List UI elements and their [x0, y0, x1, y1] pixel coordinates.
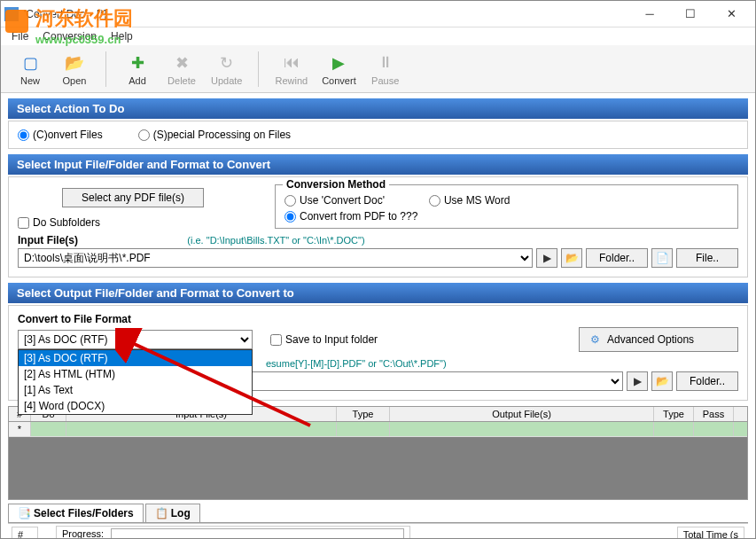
tab-log[interactable]: 📋 Log — [145, 504, 200, 522]
section-output: Select Output File/Folder and Format to … — [8, 283, 748, 303]
close-button[interactable]: ✕ — [711, 2, 752, 27]
do-subfolders-label: Do Subfolders — [33, 216, 100, 229]
input-files-label: Input File(s) — [18, 234, 78, 246]
delete-label: Delete — [168, 75, 196, 86]
grid-new-row[interactable]: * — [9, 422, 747, 437]
update-label: Update — [211, 75, 242, 86]
open-button[interactable]: 📂 Open — [52, 51, 97, 88]
toolbar: ▢ New 📂 Open ✚ Add ✖ Delete ↻ Update ⏮ R… — [1, 45, 755, 93]
rewind-button[interactable]: ⏮ Rewind — [268, 51, 315, 88]
output-hint: esume[Y]-[M]-[D].PDF" or "C:\Out\*.PDF") — [266, 358, 447, 369]
status-bar: # Progress: Total Time (s — [8, 523, 748, 538]
status-total-time: Total Time (s — [677, 527, 744, 538]
section-action: Select Action To Do — [8, 98, 748, 119]
app-icon — [4, 7, 19, 21]
save-to-input-checkbox[interactable]: Save to Input folder — [270, 333, 378, 346]
radio-use-convert-doc[interactable]: Use 'Convert Doc' — [284, 194, 385, 207]
update-icon: ↻ — [216, 52, 238, 74]
status-num: # — [12, 527, 38, 538]
input-folder-icon-button[interactable]: 📂 — [561, 248, 582, 268]
add-icon: ✚ — [127, 52, 148, 74]
minimize-button[interactable]: ─ — [629, 2, 670, 27]
add-label: Add — [129, 75, 146, 86]
output-folder-icon-button[interactable]: 📂 — [651, 371, 673, 391]
tab-select-files[interactable]: 📑 Select Files/Folders — [8, 504, 144, 522]
format-select[interactable]: [3] As DOC (RTF) — [18, 330, 253, 349]
convert-icon: ▶ — [328, 52, 349, 74]
advanced-options-button[interactable]: ⚙ Advanced Options — [579, 327, 738, 352]
input-path-select[interactable]: D:\tools\桌面\说明书\*.PDF — [18, 248, 533, 268]
new-row-marker: * — [9, 422, 31, 436]
radio-convert-from-pdf[interactable]: Convert from PDF to ??? — [284, 210, 729, 223]
input-go-button[interactable]: ▶ — [536, 248, 557, 268]
log-icon: 📋 — [155, 507, 168, 519]
progress-bar — [111, 528, 404, 538]
radio-use-ms-word[interactable]: Use MS Word — [429, 194, 510, 207]
input-file-button[interactable]: File.. — [676, 248, 738, 268]
rewind-label: Rewind — [275, 75, 308, 86]
maximize-button[interactable]: ☐ — [670, 2, 711, 27]
section-input: Select Input File/Folder and Format to C… — [8, 154, 748, 175]
col-type1[interactable]: Type — [337, 407, 390, 421]
titlebar: 'Convert Doc' - [*] ─ ☐ ✕ — [1, 1, 755, 27]
menubar: File Conversion Help — [1, 27, 755, 45]
rewind-icon: ⏮ — [281, 52, 302, 74]
menu-help[interactable]: Help — [104, 28, 140, 44]
window-title: 'Convert Doc' - [*] — [24, 8, 629, 20]
new-label: New — [20, 75, 40, 86]
delete-button[interactable]: ✖ Delete — [160, 51, 204, 88]
conversion-method-legend: Conversion Method — [283, 178, 389, 191]
new-icon: ▢ — [19, 52, 41, 74]
radio-convert-files[interactable]: (C)onvert Files — [18, 129, 103, 141]
open-icon: 📂 — [64, 52, 85, 74]
input-hint: (i.e. "D:\Input\Bills.TXT" or "C:\In\*.D… — [187, 235, 364, 246]
delete-icon: ✖ — [171, 52, 192, 74]
new-button[interactable]: ▢ New — [8, 51, 52, 88]
format-option-doc-rtf[interactable]: [3] As DOC (RTF) — [19, 350, 252, 366]
pause-button[interactable]: ⏸ Pause — [363, 51, 408, 88]
format-option-docx[interactable]: [4] Word (DOCX) — [19, 398, 252, 414]
convert-button[interactable]: ▶ Convert — [315, 51, 363, 88]
radio-special-label: (S)pecial Processing on Files — [153, 129, 291, 141]
menu-conversion[interactable]: Conversion — [35, 28, 104, 44]
radio-convert-label: (C)onvert Files — [33, 129, 103, 141]
do-subfolders-checkbox[interactable]: Do Subfolders — [18, 216, 248, 229]
files-icon: 📑 — [18, 507, 30, 519]
status-progress-label: Progress: — [62, 528, 104, 538]
files-grid: # Do Input File(s) Type Output File(s) T… — [8, 406, 748, 500]
pause-icon: ⏸ — [375, 52, 396, 74]
format-option-html[interactable]: [2] As HTML (HTM) — [19, 366, 252, 382]
update-button[interactable]: ↻ Update — [204, 51, 249, 88]
options-icon: ⚙ — [590, 333, 600, 346]
add-button[interactable]: ✚ Add — [115, 51, 160, 88]
format-option-text[interactable]: [1] As Text — [19, 382, 252, 398]
convert-format-label: Convert to File Format — [18, 313, 738, 325]
menu-file[interactable]: File — [4, 28, 35, 44]
format-dropdown: [3] As DOC (RTF) [2] As HTML (HTM) [1] A… — [18, 349, 253, 415]
bottom-tabs: 📑 Select Files/Folders 📋 Log — [8, 504, 748, 523]
col-output[interactable]: Output File(s) — [390, 407, 654, 421]
col-type2[interactable]: Type — [654, 407, 694, 421]
open-label: Open — [63, 75, 87, 86]
pause-label: Pause — [371, 75, 399, 86]
output-folder-button[interactable]: Folder.. — [676, 371, 738, 391]
output-go-button[interactable]: ▶ — [627, 371, 648, 391]
input-folder-button[interactable]: Folder.. — [586, 248, 648, 268]
select-pdf-button[interactable]: Select any PDF file(s) — [62, 188, 204, 207]
input-file-icon-button[interactable]: 📄 — [651, 248, 673, 268]
convert-label: Convert — [322, 75, 356, 86]
col-pass[interactable]: Pass — [694, 407, 734, 421]
radio-special-processing[interactable]: (S)pecial Processing on Files — [138, 129, 291, 141]
